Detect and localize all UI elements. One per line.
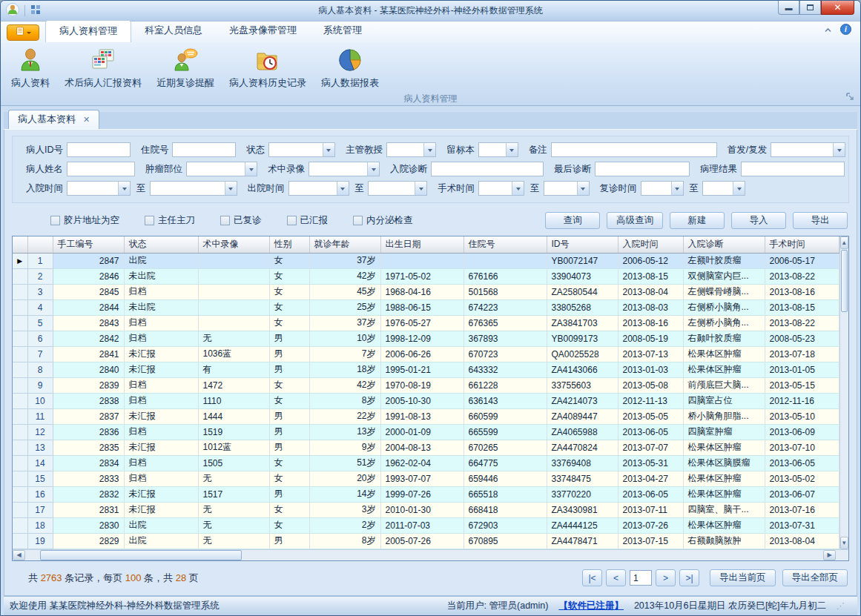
combo-dropdown-icon[interactable]	[118, 182, 130, 195]
combo-dropdown-icon[interactable]	[415, 182, 426, 195]
export-current-page-button[interactable]: 导出当前页	[710, 569, 776, 586]
filter-input-1-5[interactable]	[741, 162, 845, 176]
table-row[interactable]: 102838归档1110女8岁2005-10-30636143ZA4214073…	[13, 393, 839, 408]
filter-combo-2-1[interactable]	[150, 181, 237, 196]
minimize-button[interactable]: ▬	[778, 1, 799, 15]
checkbox-box-icon[interactable]	[220, 216, 230, 225]
scroll-left-icon[interactable]: ◀	[13, 550, 25, 560]
table-row[interactable]: ▶12847出院女37岁YB00721472006-05-12左额叶胶质瘤200…	[13, 253, 839, 268]
filter-combo-0-2[interactable]	[268, 142, 335, 157]
vertical-scrollbar[interactable]: ▲ ▼	[839, 236, 849, 549]
grid-header-0[interactable]: 手工编号	[53, 236, 124, 253]
action-button-4[interactable]: 导出	[793, 212, 848, 229]
filter-combo-2-0[interactable]	[67, 181, 131, 196]
table-row[interactable]: 192829出院无男8岁2005-07-26670895ZA4478471201…	[13, 533, 839, 549]
table-row[interactable]: 112837未汇报1444男22岁1991-08-13660599ZA40894…	[13, 408, 839, 424]
combo-dropdown-icon[interactable]	[577, 182, 589, 195]
filter-input-1-0[interactable]	[67, 162, 135, 176]
ribbon-tab-1[interactable]: 科室人员信息	[131, 20, 216, 42]
quick-access-grid-icon[interactable]	[30, 4, 41, 18]
table-row[interactable]: 52843归档女37岁1976-05-27676365ZA38417032013…	[13, 315, 839, 331]
grid-header-4[interactable]: 就诊年龄	[309, 236, 380, 253]
checkbox-4[interactable]: 内分泌检查	[353, 214, 413, 227]
combo-dropdown-icon[interactable]	[671, 182, 683, 195]
resize-grip-icon[interactable]: ⋰	[837, 601, 844, 611]
grid-header-10[interactable]: 手术时间	[765, 236, 839, 253]
filter-combo-2-3[interactable]	[368, 181, 427, 196]
filter-combo-0-3[interactable]	[386, 142, 436, 157]
scroll-up-icon[interactable]: ▲	[840, 236, 849, 249]
grid-header-9[interactable]: 入院诊断	[683, 236, 765, 253]
filter-combo-2-7[interactable]	[702, 181, 745, 196]
filter-input-1-3[interactable]	[431, 162, 544, 176]
table-row[interactable]: 72841未汇报1036蓝男7岁2006-06-26670723QA002552…	[13, 346, 839, 362]
filter-input-0-1[interactable]	[172, 142, 236, 157]
checkbox-box-icon[interactable]	[50, 216, 60, 225]
table-row[interactable]: 142834归档1505女51岁1962-02-0466477533769408…	[13, 455, 839, 471]
scroll-right-icon[interactable]: ▶	[823, 550, 836, 560]
grid-header-7[interactable]: ID号	[547, 236, 618, 253]
table-row[interactable]: 182830出院无女2岁2011-07-03672903ZA4444125201…	[13, 517, 839, 533]
grid-header-5[interactable]: 出生日期	[380, 236, 464, 253]
filter-input-0-0[interactable]	[67, 142, 131, 157]
filter-input-0-5[interactable]	[551, 142, 717, 157]
table-row[interactable]: 92839归档1472女42岁1970-08-19661228337556032…	[13, 377, 839, 393]
combo-dropdown-icon[interactable]	[245, 162, 257, 176]
dialog-launcher-icon[interactable]	[846, 93, 854, 103]
grid-header-3[interactable]: 性别	[269, 236, 309, 253]
table-row[interactable]: 152833归档无女20岁1993-07-0765944633748475201…	[13, 471, 839, 486]
ribbon-button-4[interactable]: 病人数据报表	[315, 45, 385, 92]
combo-dropdown-icon[interactable]	[367, 162, 379, 176]
action-button-0[interactable]: 查询	[545, 212, 600, 229]
filter-combo-2-2[interactable]	[288, 181, 349, 196]
combo-dropdown-icon[interactable]	[833, 143, 845, 156]
table-row[interactable]: 32845归档女45岁1968-04-16501568ZA25805442013…	[13, 284, 839, 299]
ribbon-tab-0[interactable]: 病人资料管理	[45, 20, 131, 42]
scroll-down-icon[interactable]: ▼	[840, 537, 849, 549]
filter-combo-1-2[interactable]	[309, 162, 380, 176]
ribbon-tab-2[interactable]: 光盘录像带管理	[216, 20, 310, 42]
action-button-2[interactable]: 新建	[670, 212, 725, 229]
action-button-3[interactable]: 导入	[731, 212, 786, 229]
filter-combo-1-1[interactable]	[186, 162, 257, 176]
ribbon-button-3[interactable]: 病人资料历史记录	[223, 45, 312, 92]
filter-combo-0-4[interactable]	[478, 142, 518, 157]
table-row[interactable]: 82840未汇报有男18岁1995-01-21643332ZA414306620…	[13, 362, 839, 377]
combo-dropdown-icon[interactable]	[423, 143, 435, 156]
combo-dropdown-icon[interactable]	[225, 182, 237, 195]
last-page-button[interactable]: >|	[679, 569, 699, 586]
vertical-scroll-thumb[interactable]	[841, 250, 848, 312]
close-button[interactable]: ✕	[821, 1, 854, 15]
checkbox-3[interactable]: 已汇报	[287, 214, 329, 227]
horizontal-scrollbar[interactable]: ◀ ▶	[13, 549, 848, 560]
combo-dropdown-icon[interactable]	[337, 182, 349, 195]
ribbon-button-1[interactable]: 术后病人汇报资料	[59, 45, 148, 92]
document-tab-patient-basic-info[interactable]: 病人基本资料 ✕	[8, 110, 99, 129]
maximize-button[interactable]	[799, 1, 821, 15]
collapse-ribbon-icon[interactable]	[823, 24, 833, 38]
registered-link[interactable]: 【软件已注册】	[558, 600, 624, 612]
page-number-input[interactable]	[630, 570, 652, 586]
combo-dropdown-icon[interactable]	[733, 182, 745, 195]
checkbox-box-icon[interactable]	[353, 216, 363, 225]
grid-header-8[interactable]: 入院时间	[618, 236, 683, 253]
table-row[interactable]: 62842归档无男10岁1998-12-09367893YB0099173200…	[13, 331, 839, 346]
filter-input-1-4[interactable]	[595, 162, 690, 176]
table-row[interactable]: 122836归档1519男13岁2000-01-09665599ZA406598…	[13, 424, 839, 440]
table-row[interactable]: 172831未汇报无女3岁2010-01-30668418ZA343098120…	[13, 502, 839, 517]
close-tab-icon[interactable]: ✕	[83, 115, 90, 125]
prev-page-button[interactable]: <	[606, 569, 626, 586]
action-button-1[interactable]: 高级查询	[607, 212, 663, 229]
combo-dropdown-icon[interactable]	[506, 143, 518, 156]
info-icon[interactable]: i	[840, 24, 851, 38]
grid-header-1[interactable]: 状态	[124, 236, 198, 253]
vertical-scroll-track[interactable]	[840, 313, 849, 537]
application-menu-button[interactable]	[7, 24, 39, 41]
export-all-pages-button[interactable]: 导出全部页	[782, 569, 848, 586]
filter-combo-2-5[interactable]	[544, 181, 590, 196]
ribbon-button-2[interactable]: 近期复诊提醒	[151, 45, 220, 92]
checkbox-2[interactable]: 已复诊	[220, 214, 262, 227]
filter-combo-2-6[interactable]	[641, 181, 684, 196]
next-page-button[interactable]: >	[656, 569, 676, 586]
checkbox-box-icon[interactable]	[287, 216, 297, 225]
